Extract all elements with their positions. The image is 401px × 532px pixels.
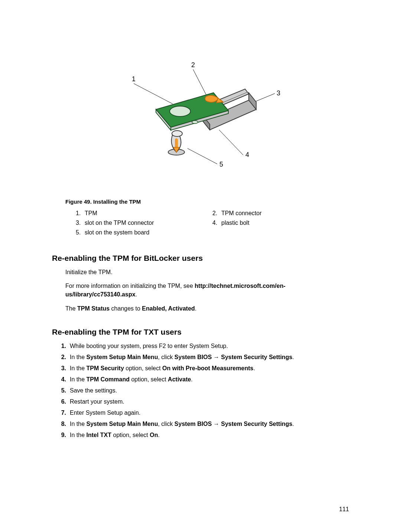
- step-number: 9.: [56, 431, 70, 440]
- text-bold: System Setup Main Menu: [86, 421, 158, 427]
- text: option, select: [130, 376, 168, 382]
- text: In the: [70, 421, 86, 427]
- legend-num: 1.: [76, 210, 85, 217]
- step-item: 6. Restart your system.: [56, 397, 349, 406]
- figure-block: 1 2 3 4 5: [52, 39, 349, 187]
- text: option, select: [111, 432, 150, 438]
- legend-num: 4.: [212, 220, 221, 226]
- step-number: 2.: [56, 353, 70, 362]
- step-number: 4.: [56, 375, 70, 384]
- heading-txt: Re-enabling the TPM for TXT users: [52, 328, 349, 336]
- text-bold: On with Pre-boot Measurements: [162, 365, 253, 371]
- text: .: [292, 421, 294, 427]
- step-number: 7.: [56, 408, 70, 417]
- callout-1: 1: [132, 75, 136, 83]
- plastic-bolt-icon: [168, 131, 185, 155]
- bitlocker-body: Initialize the TPM. For more information…: [65, 268, 349, 313]
- text-bold: Enabled, Activated: [142, 305, 195, 312]
- document-page: 1 2 3 4 5 Figure 49. Installing the TPM …: [0, 0, 401, 532]
- step-body: Enter System Setup again.: [70, 408, 349, 417]
- callout-2: 2: [191, 61, 195, 69]
- legend-item: 3. slot on the TPM connector: [76, 220, 212, 226]
- legend-right-col: 2. TPM connector 4. plastic bolt: [212, 210, 349, 239]
- text: .: [191, 376, 192, 382]
- para-moreinfo: For more information on initializing the…: [65, 282, 349, 299]
- text-bold: Intel TXT: [86, 432, 111, 438]
- text-bold: TPM Security: [86, 365, 124, 371]
- text-bold: System BIOS → System Security Settings: [175, 354, 292, 360]
- legend-num: 5.: [76, 229, 85, 236]
- step-number: 5.: [56, 386, 70, 395]
- text: , click: [158, 354, 174, 360]
- svg-line-0: [134, 83, 173, 104]
- txt-steps-list: 1. While booting your system, press F2 t…: [56, 342, 349, 440]
- legend-text: TPM: [85, 210, 97, 217]
- callout-3: 3: [277, 89, 280, 97]
- text-bold: System Setup Main Menu: [86, 354, 158, 360]
- legend-text: slot on the system board: [85, 229, 149, 236]
- step-number: 1.: [56, 342, 70, 351]
- legend-item: 4. plastic bolt: [212, 220, 349, 226]
- callout-4: 4: [245, 151, 249, 158]
- legend-num: 2.: [212, 210, 221, 217]
- text: In the: [70, 354, 86, 360]
- text-bold: Activate: [168, 376, 191, 382]
- text-bold: On: [150, 432, 158, 438]
- step-body: In the TPM Command option, select Activa…: [70, 375, 349, 384]
- figure-legend: 1. TPM 3. slot on the TPM connector 5. s…: [76, 210, 349, 239]
- page-number: 111: [339, 506, 349, 513]
- legend-text: plastic bolt: [221, 220, 250, 226]
- tpm-install-illustration: 1 2 3 4 5: [121, 61, 280, 173]
- text: In the: [70, 365, 86, 371]
- callout-5: 5: [219, 161, 223, 168]
- para-initialize: Initialize the TPM.: [65, 268, 349, 276]
- text: .: [158, 432, 159, 438]
- text: .: [292, 354, 294, 360]
- svg-line-3: [219, 130, 243, 155]
- svg-point-18: [172, 131, 182, 137]
- step-body: In the System Setup Main Menu, click Sys…: [70, 353, 349, 362]
- figure-caption: Figure 49. Installing the TPM: [65, 198, 349, 205]
- svg-line-1: [193, 69, 206, 95]
- text: .: [136, 291, 137, 298]
- text: The: [65, 305, 77, 312]
- step-item: 4. In the TPM Command option, select Act…: [56, 375, 349, 384]
- text: For more information on initializing the…: [65, 283, 195, 289]
- text-bold: TPM Command: [86, 376, 129, 382]
- step-item: 3. In the TPM Security option, select On…: [56, 364, 349, 373]
- text-bold: System BIOS → System Security Settings: [175, 421, 292, 427]
- step-body: In the Intel TXT option, select On.: [70, 431, 349, 440]
- svg-point-14: [170, 106, 190, 116]
- step-item: 8. In the System Setup Main Menu, click …: [56, 420, 349, 428]
- legend-num: 3.: [76, 220, 85, 226]
- text: , click: [158, 421, 174, 427]
- step-item: 2. In the System Setup Main Menu, click …: [56, 353, 349, 362]
- svg-point-15: [192, 121, 198, 124]
- para-tpmstatus: The TPM Status changes to Enabled, Activ…: [65, 304, 349, 313]
- legend-text: slot on the TPM connector: [85, 220, 154, 226]
- text-bold: TPM Status: [77, 305, 110, 312]
- step-item: 5. Save the settings.: [56, 386, 349, 395]
- svg-line-4: [188, 148, 217, 164]
- text: option, select: [124, 365, 162, 371]
- step-number: 8.: [56, 420, 70, 428]
- step-item: 9. In the Intel TXT option, select On.: [56, 431, 349, 440]
- step-body: While booting your system, press F2 to e…: [70, 342, 349, 351]
- legend-item: 1. TPM: [76, 210, 212, 217]
- text: .: [195, 305, 196, 312]
- legend-item: 2. TPM connector: [212, 210, 349, 217]
- step-item: 7. Enter System Setup again.: [56, 408, 349, 417]
- step-number: 3.: [56, 364, 70, 373]
- step-body: In the System Setup Main Menu, click Sys…: [70, 420, 349, 428]
- legend-text: TPM connector: [221, 210, 261, 217]
- legend-item: 5. slot on the system board: [76, 229, 212, 236]
- text: In the: [70, 432, 86, 438]
- text: changes to: [110, 305, 142, 312]
- heading-bitlocker: Re-enabling the TPM for BitLocker users: [52, 254, 349, 263]
- step-number: 6.: [56, 397, 70, 406]
- text: In the: [70, 376, 86, 382]
- text: .: [253, 365, 255, 371]
- step-body: Save the settings.: [70, 386, 349, 395]
- step-body: In the TPM Security option, select On wi…: [70, 364, 349, 373]
- step-body: Restart your system.: [70, 397, 349, 406]
